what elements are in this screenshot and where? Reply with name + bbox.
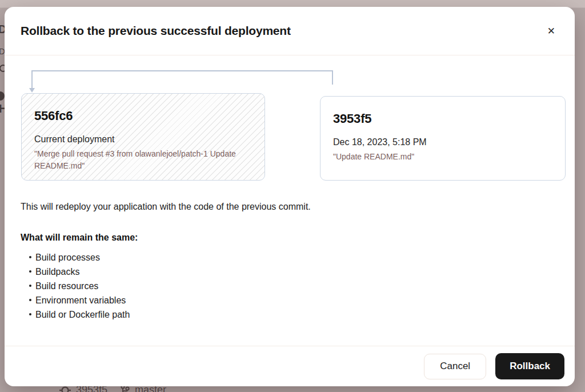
github-icon bbox=[0, 91, 5, 101]
previous-deployment-card: 3953f5 Dec 18, 2023, 5:18 PM "Update REA… bbox=[320, 96, 566, 181]
cancel-button[interactable]: Cancel bbox=[424, 354, 486, 379]
list-item: Build or Dockerfile path bbox=[21, 309, 130, 320]
current-commit-hash: 556fc6 bbox=[34, 109, 252, 123]
remain-same-list: Build processes Buildpacks Build resourc… bbox=[21, 252, 130, 323]
modal-header: Rollback to the previous successful depl… bbox=[5, 7, 575, 55]
rollback-button[interactable]: Rollback bbox=[495, 353, 564, 379]
list-item: Environment variables bbox=[21, 295, 130, 306]
modal-footer: Cancel Rollback bbox=[5, 346, 575, 386]
previous-commit-message: "Update README.md" bbox=[333, 151, 552, 163]
list-item: Build resources bbox=[21, 281, 130, 291]
remain-same-heading: What will remain the same: bbox=[21, 233, 138, 243]
current-deployment-label: Current deployment bbox=[34, 134, 252, 145]
previous-commit-hash: 3953f5 bbox=[333, 111, 552, 126]
current-commit-message: "Merge pull request #3 from olawanlejoel… bbox=[34, 148, 252, 172]
modal-title: Rollback to the previous successful depl… bbox=[21, 24, 291, 38]
close-icon[interactable]: ✕ bbox=[544, 24, 559, 38]
rollback-modal: Rollback to the previous successful depl… bbox=[5, 7, 575, 386]
rollback-direction-arrow bbox=[31, 70, 333, 94]
previous-deployment-date: Dec 18, 2023, 5:18 PM bbox=[333, 137, 552, 147]
list-item: Build processes bbox=[21, 252, 130, 263]
modal-description: This will redeploy your application with… bbox=[21, 202, 311, 212]
current-deployment-card: 556fc6 Current deployment "Merge pull re… bbox=[21, 93, 265, 181]
screen: D D H 3953f5 master Rollback to the prev… bbox=[0, 0, 585, 392]
list-item: Buildpacks bbox=[21, 266, 130, 277]
